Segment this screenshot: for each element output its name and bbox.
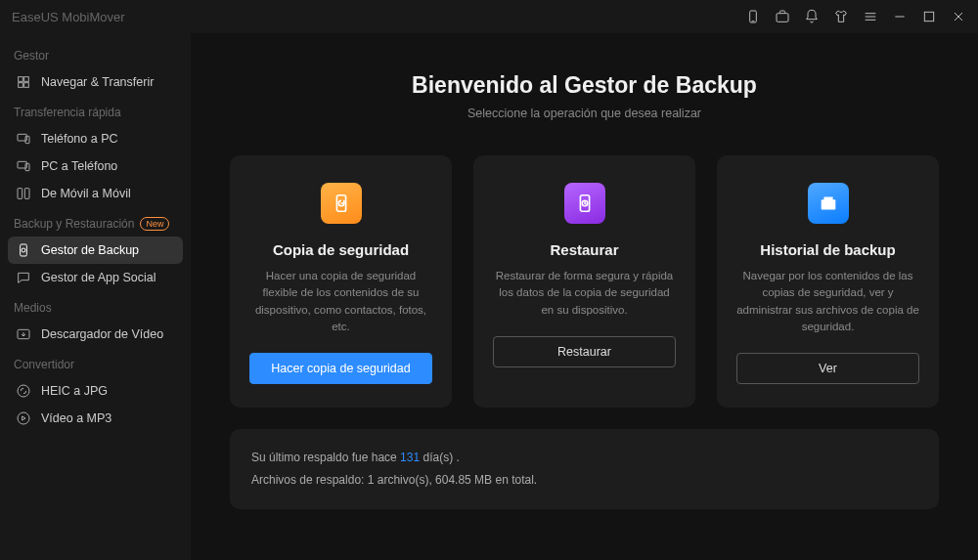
card-title: Historial de backup (760, 241, 895, 258)
sidebar-item-label: Teléfono a PC (41, 132, 118, 146)
svg-rect-19 (24, 189, 29, 199)
sidebar-group-gestor: Gestor (8, 39, 183, 68)
download-video-icon (16, 326, 31, 342)
sidebar-item-telefono-pc[interactable]: Teléfono a PC (8, 125, 183, 152)
status-box: Su último respaldo fue hace 131 día(s) .… (230, 429, 939, 509)
sidebar: Gestor Navegar & Transferir Transferenci… (0, 33, 191, 560)
sidebar-item-pc-telefono[interactable]: PC a Teléfono (8, 152, 183, 180)
svg-rect-15 (25, 136, 29, 143)
svg-point-24 (18, 412, 29, 424)
card-backup: Copia de seguridad Hacer una copia de se… (230, 155, 452, 408)
sidebar-item-movil-movil[interactable]: De Móvil a Móvil (8, 180, 183, 207)
phone-to-phone-icon (16, 186, 31, 201)
card-title: Copia de seguridad (273, 241, 409, 258)
view-history-button[interactable]: Ver (736, 353, 919, 384)
app-title: EaseUS MobiMover (12, 10, 125, 24)
restore-card-icon (564, 183, 605, 224)
sidebar-item-label: Descargador de Vídeo (41, 327, 163, 341)
history-card-icon (808, 183, 849, 224)
sidebar-item-label: Vídeo a MP3 (41, 411, 111, 425)
grid-icon (16, 74, 31, 90)
card-desc: Hacer una copia de seguridad flexible de… (249, 268, 432, 335)
convert-image-icon (16, 383, 31, 399)
svg-rect-13 (24, 83, 29, 88)
maximize-icon[interactable] (921, 9, 937, 24)
svg-point-21 (22, 248, 25, 252)
device-icon[interactable] (745, 9, 761, 24)
bell-icon[interactable] (804, 9, 820, 24)
svg-rect-2 (777, 14, 788, 22)
restore-button[interactable]: Restaurar (493, 336, 676, 367)
menu-icon[interactable] (863, 9, 878, 24)
close-icon[interactable] (951, 9, 966, 24)
backup-card-icon (321, 183, 362, 224)
card-history: Historial de backup Navegar por los cont… (717, 155, 939, 408)
pc-to-phone-icon (16, 158, 31, 174)
phone-to-pc-icon (16, 131, 31, 147)
cards-row: Copia de seguridad Hacer una copia de se… (230, 155, 939, 408)
titlebar: EaseUS MobiMover (0, 0, 978, 33)
page-title: Bienvenido al Gestor de Backup (412, 72, 757, 99)
new-badge: New (140, 217, 169, 231)
sidebar-item-navegar-transferir[interactable]: Navegar & Transferir (8, 68, 183, 96)
shirt-icon[interactable] (833, 9, 849, 24)
sidebar-item-heic-jpg[interactable]: HEIC a JPG (8, 377, 183, 405)
sidebar-item-label: Gestor de Backup (41, 243, 139, 257)
sidebar-item-label: Navegar & Transferir (41, 75, 154, 89)
sidebar-group-convertidor: Convertidor (8, 348, 183, 377)
sidebar-item-gestor-app-social[interactable]: Gestor de App Social (8, 264, 183, 291)
sidebar-group-backup: Backup y Restauración New (8, 207, 183, 237)
status-last-backup: Su último respaldo fue hace 131 día(s) . (251, 447, 917, 469)
sidebar-item-label: PC a Teléfono (41, 159, 117, 173)
card-desc: Navegar por los contenidos de las copias… (736, 268, 919, 335)
minimize-icon[interactable] (892, 9, 908, 24)
main-content: Bienvenido al Gestor de Backup Seleccion… (191, 33, 978, 560)
page-subtitle: Seleccione la operación que desea realiz… (467, 107, 701, 120)
titlebar-controls (745, 9, 966, 24)
convert-audio-icon (16, 410, 31, 426)
sidebar-item-descargador-video[interactable]: Descargador de Vídeo (8, 321, 183, 348)
sidebar-group-medios: Medios (8, 291, 183, 321)
svg-rect-17 (25, 163, 29, 170)
status-days: 131 (400, 451, 420, 464)
sidebar-item-label: Gestor de App Social (41, 271, 156, 284)
svg-rect-7 (924, 12, 933, 21)
svg-rect-11 (24, 77, 29, 82)
status-backup-files: Archivos de respaldo: 1 archivo(s), 604.… (251, 469, 917, 492)
svg-rect-18 (18, 189, 22, 199)
sidebar-item-gestor-backup[interactable]: Gestor de Backup (8, 237, 183, 264)
svg-rect-10 (19, 77, 23, 82)
sidebar-group-transferencia: Transferencia rápida (8, 96, 183, 125)
sidebar-item-video-mp3[interactable]: Vídeo a MP3 (8, 405, 183, 432)
card-desc: Restaurar de forma segura y rápida los d… (493, 268, 676, 319)
svg-point-23 (18, 385, 29, 397)
card-restore: Restaurar Restaurar de forma segura y rá… (473, 155, 695, 408)
chat-icon (16, 270, 31, 285)
card-title: Restaurar (550, 241, 618, 258)
sidebar-item-label: De Móvil a Móvil (41, 187, 131, 200)
backup-icon (16, 242, 31, 258)
briefcase-icon[interactable] (775, 9, 790, 24)
make-backup-button[interactable]: Hacer copia de seguridad (249, 353, 432, 384)
svg-rect-12 (19, 83, 23, 88)
sidebar-item-label: HEIC a JPG (41, 384, 108, 398)
